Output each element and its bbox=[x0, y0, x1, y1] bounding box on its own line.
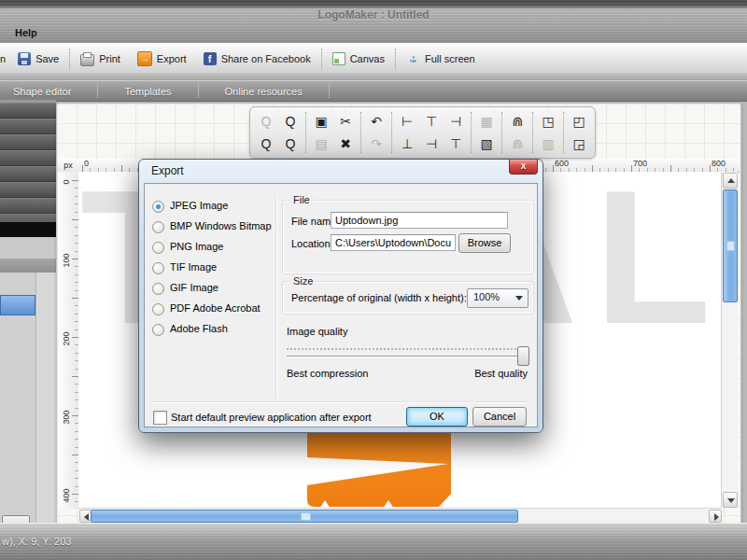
copy-icon[interactable]: ▣ bbox=[309, 110, 333, 133]
zoom-in-icon[interactable]: Q bbox=[278, 110, 303, 133]
quality-slider[interactable] bbox=[287, 356, 528, 357]
lock-icon[interactable]: ⋒ bbox=[505, 110, 529, 133]
horizontal-scrollbar[interactable] bbox=[78, 508, 721, 523]
export-dialog: Export x JPEG Image BMP Windows Bitmap P… bbox=[138, 159, 543, 433]
panel-header-row bbox=[0, 259, 56, 273]
panel-dark-item[interactable] bbox=[0, 198, 56, 214]
panel-dark-item[interactable] bbox=[0, 134, 56, 150]
cut-icon[interactable]: ✂ bbox=[333, 110, 358, 133]
file-group-label: File bbox=[290, 194, 313, 205]
scroll-down-button[interactable] bbox=[723, 492, 738, 508]
horizontal-scroll-thumb[interactable] bbox=[91, 510, 518, 523]
location-label: Location: bbox=[291, 238, 333, 249]
radio-gif-label: GIF Image bbox=[170, 282, 218, 293]
export-button[interactable]: → Export bbox=[129, 49, 195, 69]
toolbar-separator bbox=[471, 112, 472, 153]
share-facebook-button[interactable]: f Share on Facebook bbox=[195, 49, 319, 69]
menu-item-help[interactable]: Help bbox=[11, 26, 41, 39]
align-bottom-icon[interactable]: ⊥ bbox=[395, 133, 419, 155]
arrow-up-icon bbox=[727, 178, 735, 183]
radio-dot bbox=[156, 204, 161, 209]
print-button[interactable]: Print bbox=[72, 49, 129, 69]
toolbar-separator bbox=[321, 49, 322, 69]
percentage-label: Percentage of original (width x height): bbox=[291, 292, 467, 303]
save-button[interactable]: Save bbox=[9, 49, 67, 69]
fullscreen-button[interactable]: ↔ ↕ Full screen bbox=[398, 49, 484, 69]
canvas-icon bbox=[332, 52, 345, 65]
radio-flash[interactable] bbox=[152, 324, 164, 336]
ungroup-icon[interactable]: ▧ bbox=[474, 133, 499, 155]
tab-online-resources[interactable]: Online resources bbox=[212, 86, 316, 97]
ruler-tick-label: 400 bbox=[62, 486, 71, 505]
deselect-icon[interactable]: ◲ bbox=[567, 133, 591, 155]
preview-checkbox[interactable] bbox=[153, 411, 167, 425]
file-name-input[interactable] bbox=[331, 212, 508, 229]
radio-bmp[interactable] bbox=[152, 221, 164, 233]
radio-gif[interactable] bbox=[152, 283, 164, 295]
zoom-actual-icon[interactable]: Q bbox=[254, 110, 278, 133]
tab-separator bbox=[97, 84, 98, 98]
percentage-value: 100% bbox=[473, 291, 500, 302]
tab-shape-editor[interactable]: Shape editor bbox=[0, 86, 84, 97]
vertical-scrollbar[interactable] bbox=[721, 172, 738, 508]
select-all-icon[interactable]: ◰ bbox=[567, 110, 591, 133]
radio-pdf[interactable] bbox=[152, 303, 164, 315]
canvas-button[interactable]: Canvas bbox=[324, 49, 393, 69]
align-right-icon[interactable]: ⊣ bbox=[444, 110, 468, 133]
align-vcenter-icon[interactable]: ⊣ bbox=[419, 133, 444, 155]
align-top-icon[interactable]: ⊤ bbox=[419, 110, 444, 133]
divider bbox=[152, 401, 528, 403]
panel-dark-item[interactable] bbox=[0, 182, 56, 198]
percentage-dropdown[interactable]: 100% bbox=[467, 288, 529, 308]
app-window: LogoMaker : Untitled Help n Save Print →… bbox=[0, 0, 747, 560]
radio-jpeg[interactable] bbox=[152, 201, 164, 213]
close-button[interactable]: x bbox=[509, 160, 538, 175]
canvas-toolbar: Q Q Q Q ▣ ▤ ✂ ✖ ↶ ↷ ⊢ ⊥ ⊤ ⊣ ⊣ bbox=[249, 106, 596, 159]
send-to-back-icon[interactable]: ▥ bbox=[536, 133, 560, 155]
ruler-vertical: 0 100 200 300 400 bbox=[58, 172, 79, 509]
save-icon bbox=[18, 52, 31, 65]
radio-png-label: PNG Image bbox=[170, 241, 223, 252]
toolbar-separator bbox=[532, 112, 533, 153]
scroll-up-button[interactable] bbox=[723, 173, 738, 189]
open-button-fragment[interactable]: n bbox=[0, 49, 9, 69]
arrow-down-icon bbox=[727, 498, 735, 503]
toolbar-separator bbox=[305, 112, 306, 153]
window-title: LogoMaker : Untitled bbox=[0, 8, 747, 21]
fullscreen-icon: ↔ ↕ bbox=[406, 52, 420, 65]
radio-tif[interactable] bbox=[152, 262, 164, 274]
panel-dark-item[interactable] bbox=[0, 150, 56, 166]
radio-png[interactable] bbox=[152, 242, 164, 254]
scroll-right-button[interactable] bbox=[709, 510, 722, 523]
quality-slider-thumb[interactable] bbox=[517, 346, 529, 366]
panel-list-area bbox=[0, 273, 56, 523]
location-input[interactable] bbox=[331, 234, 456, 251]
undo-icon[interactable]: ↶ bbox=[364, 110, 388, 133]
tab-templates[interactable]: Templates bbox=[111, 86, 184, 97]
bring-to-front-icon[interactable]: ◳ bbox=[536, 110, 560, 133]
paste-icon[interactable]: ▤ bbox=[309, 133, 333, 155]
redo-icon[interactable]: ↷ bbox=[364, 133, 388, 155]
radio-flash-label: Adobe Flash bbox=[170, 323, 228, 334]
logo-shape[interactable] bbox=[306, 422, 452, 508]
align-left-icon[interactable]: ⊢ bbox=[395, 110, 419, 133]
export-icon: → bbox=[137, 51, 152, 66]
panel-dark-item[interactable] bbox=[0, 119, 56, 134]
panel-selected-item[interactable] bbox=[0, 295, 35, 315]
browse-button[interactable]: Browse bbox=[458, 233, 511, 253]
unlock-icon[interactable]: ⋒ bbox=[505, 133, 529, 155]
zoom-out-icon[interactable]: Q bbox=[254, 133, 278, 155]
panel-dark-item[interactable] bbox=[0, 166, 56, 182]
ok-button[interactable]: OK bbox=[406, 407, 468, 427]
zoom-fit-icon[interactable]: Q bbox=[278, 133, 303, 155]
vertical-scroll-thumb[interactable] bbox=[723, 189, 738, 302]
align-hcenter-icon[interactable]: ⊤ bbox=[444, 133, 468, 155]
toolbar-separator bbox=[395, 49, 396, 69]
thumb-gripper bbox=[301, 512, 311, 521]
cancel-button[interactable]: Cancel bbox=[472, 407, 527, 427]
radio-pdf-label: PDF Adobe Acrobat bbox=[170, 302, 261, 314]
panel-dark-item[interactable] bbox=[0, 103, 56, 119]
toolbar-separator bbox=[563, 112, 564, 153]
delete-icon[interactable]: ✖ bbox=[333, 133, 358, 155]
group-icon[interactable]: ▦ bbox=[474, 110, 499, 133]
